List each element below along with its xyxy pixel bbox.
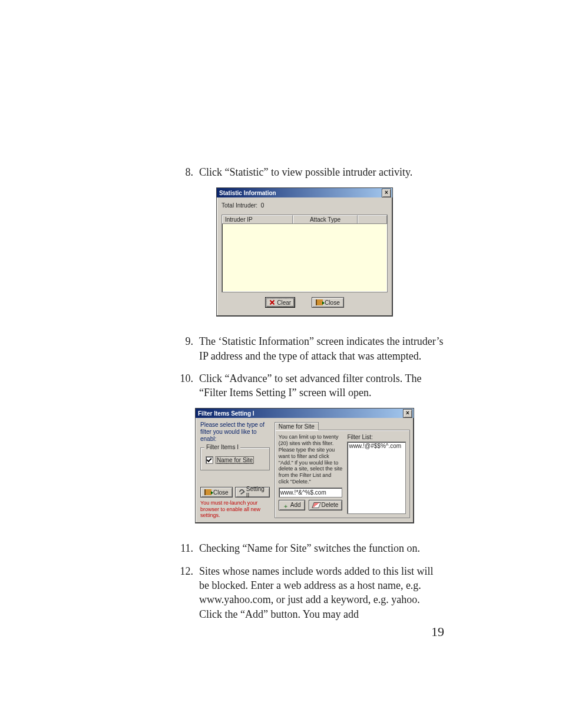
clear-icon [269,299,275,305]
column-attack-type[interactable]: Attack Type [293,215,358,223]
statistic-information-dialog: Statistic Information × Total Intruder: … [216,187,393,317]
list-item: 10. Click “Advance” to set advanced filt… [165,371,444,400]
site-input[interactable]: www.!*&^%$.com [279,487,343,498]
filter-items-setting-dialog: Filter Items Setting I × Please select t… [195,408,414,523]
wrench-icon [239,489,244,496]
document-page: 8. Click “Statistic” to view possible in… [0,0,562,728]
door-icon [316,299,323,305]
groupbox-legend: Filter Items I [204,444,240,450]
door-icon [204,489,211,495]
name-for-site-checkbox-row[interactable]: Name for Site [206,456,265,464]
close-button[interactable]: Close [312,297,344,308]
list-text: Click “Statistic” to view possible intru… [199,165,444,179]
clear-button[interactable]: Clear [265,297,295,308]
list-number: 11. [165,541,199,555]
list-number: 12. [165,564,199,621]
tab-right-column: Filter List: www.!@#$$%^.com [347,434,406,514]
left-panel: Please select the type of filter you wou… [200,421,270,518]
right-panel: Name for Site You can limit up to twenty… [275,421,411,518]
relaunch-warning: You must re-launch your browser to enabl… [200,500,270,518]
left-button-row: Close Setting II [200,475,270,498]
setting-ii-button-label: Setting II [246,486,266,499]
add-icon: ＋ [283,502,289,508]
total-intruder-label: Total Intruder: [222,202,257,209]
clear-button-label: Clear [277,299,291,306]
close-button-label: Close [213,489,229,496]
dialog-body: Please select the type of filter you wou… [196,418,414,523]
list-number: 10. [165,371,199,400]
eraser-icon [312,502,321,508]
list-number: 8. [165,165,199,179]
window-close-button[interactable]: × [382,189,391,197]
titlebar: Statistic Information × [217,188,392,197]
tab-left-column: You can limit up to twenty (20) sites wi… [279,434,343,514]
list-text: Click “Advance” to set advanced filter c… [199,371,444,400]
list-item: 11. Checking “Name for Site” switches th… [165,541,444,555]
close-button[interactable]: Close [200,487,233,498]
list-item: 12. Sites whose names include words adde… [165,564,444,621]
tab-name-for-site[interactable]: Name for Site [275,422,319,430]
delete-button-label: Delete [322,502,339,508]
dialog-title: Filter Items Setting I [198,410,254,417]
list-number: 9. [165,334,199,363]
filter-list[interactable]: www.!@#$$%^.com [347,442,406,514]
list-text: Checking “Name for Site” switches the fu… [199,541,444,555]
tab-page: You can limit up to twenty (20) sites wi… [275,430,411,518]
dialog-body: Total Intruder: 0 Intruder IP Attack Typ… [217,197,392,316]
list-item: 8. Click “Statistic” to view possible in… [165,165,444,179]
total-intruder-value: 0 [261,202,265,209]
total-intruder-line: Total Intruder: 0 [222,202,388,209]
dialog-title: Statistic Information [219,190,276,196]
window-close-button[interactable]: × [403,409,412,418]
titlebar: Filter Items Setting I × [196,409,414,418]
list-text: Sites whose names include words added to… [199,564,444,621]
column-intruder-ip[interactable]: Intruder IP [222,215,293,223]
filter-list-item[interactable]: www.!@#$$%^.com [349,443,404,449]
instruction-text: Please select the type of filter you wou… [200,421,270,443]
filter-items-groupbox: Filter Items I Name for Site [200,447,270,470]
add-button[interactable]: ＋ Add [279,500,305,510]
delete-button[interactable]: Delete [309,500,343,510]
intruder-listview[interactable]: Intruder IP Attack Type [222,215,388,292]
setting-ii-button[interactable]: Setting II [235,487,270,498]
filter-list-label: Filter List: [347,434,406,440]
limit-text: You can limit up to twenty (20) sites wi… [279,434,343,485]
list-text: The ‘Statistic Information” screen indic… [199,334,444,363]
add-delete-row: ＋ Add Delete [279,500,343,510]
name-for-site-checkbox[interactable] [206,456,213,464]
close-button-label: Close [325,299,340,306]
listview-headers: Intruder IP Attack Type [222,215,387,224]
dialog-button-row: Clear Close [222,292,388,311]
list-item: 9. The ‘Statistic Information” screen in… [165,334,444,363]
page-number: 19 [431,624,444,640]
add-button-label: Add [290,502,301,508]
tab-pane: Name for Site You can limit up to twenty… [275,421,411,518]
name-for-site-checkbox-label: Name for Site [216,456,254,464]
column-empty[interactable] [358,215,387,223]
